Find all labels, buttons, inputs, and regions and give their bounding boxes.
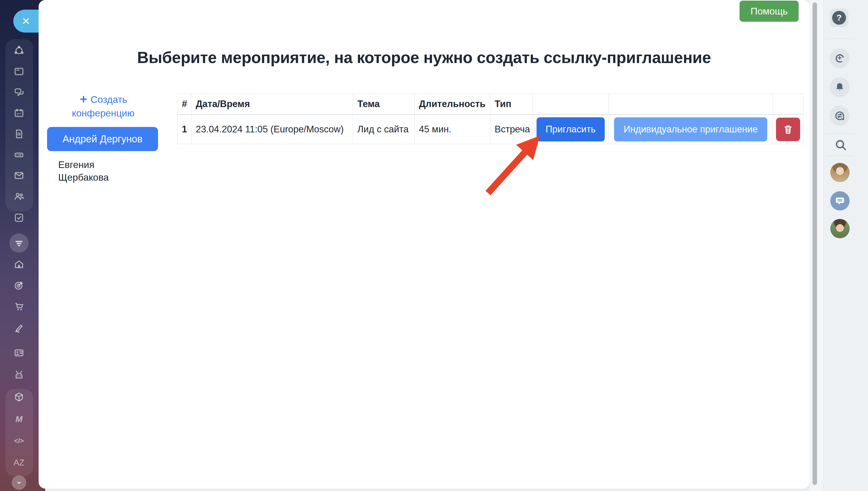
mail-icon[interactable] [13,170,24,181]
create-conference-link[interactable]: Создать конференцию [47,93,159,120]
copilot-button[interactable] [830,48,849,68]
target-icon[interactable] [13,280,24,291]
contact-card-icon[interactable] [13,347,24,358]
help-question-button[interactable]: ? [830,8,848,27]
market-m-icon[interactable]: M [13,414,24,425]
column-header-type: Тип [490,94,533,115]
search-icon [834,138,848,152]
divider [826,133,854,134]
calendar-icon[interactable] [13,108,24,118]
collapse-chevron-icon[interactable] [12,475,26,490]
people-icon[interactable] [13,191,24,202]
column-header-delete [773,94,804,115]
tasks-icon[interactable] [13,212,24,223]
column-header-duration: Длительность [415,94,490,115]
cell-num: 1 [178,115,192,144]
messenger-sync-icon [834,110,845,121]
group-chat-avatar[interactable] [830,191,849,210]
app-window: ✕ [0,0,868,491]
red-arrow-annotation [476,130,548,199]
market-cube-icon[interactable] [13,392,24,402]
trash-icon [782,124,794,135]
group-chat-icon [834,195,846,207]
member-item[interactable]: Евгения Щербакова [58,158,134,184]
individual-invite-button[interactable]: Индивидуальное приглашение [614,117,767,141]
shop-cart-icon[interactable] [13,301,24,312]
delete-button[interactable] [776,118,800,141]
sign-icon[interactable] [13,322,24,333]
divider [826,155,854,156]
sidebar-group-highlight-top [5,39,33,211]
column-header-datetime: Дата/Время [192,94,353,115]
user-avatar-female[interactable] [830,163,849,182]
cell-topic: Лид с сайта [353,115,415,144]
notifications-button[interactable] [830,77,849,97]
live-feed-icon[interactable] [13,66,24,77]
chat-icon[interactable] [13,87,24,98]
help-question-icon: ? [832,11,846,25]
robot-icon[interactable] [13,369,24,380]
scrollbar-track [809,0,823,491]
divider [826,38,854,39]
hub-icon[interactable] [13,45,24,56]
column-header-num: # [178,94,192,115]
az-icon[interactable]: AZ [13,457,24,468]
page-title: Выберите мероприятие, на которое нужно с… [38,48,809,67]
scrollbar-thumb[interactable] [812,2,817,485]
main-panel: Помощь Выберите мероприятие, на которое … [38,0,809,489]
user-avatar-male[interactable] [830,219,849,238]
notifications-bell-icon [834,81,845,93]
column-header-topic: Тема [353,94,415,115]
messenger-button[interactable] [830,106,849,126]
copilot-icon [834,53,845,64]
developer-code-icon[interactable]: </> [13,435,24,446]
table-header-row: # Дата/Время Тема Длительность Тип [178,94,804,115]
help-button[interactable]: Помощь [740,1,799,22]
warehouse-icon[interactable] [13,259,24,270]
member-item-selected[interactable]: Андрей Дергунов [47,127,158,151]
cell-datetime: 23.04.2024 11:05 (Europe/Moscow) [192,115,353,144]
document-icon[interactable] [13,128,24,139]
plus-icon [79,95,88,104]
column-header-invite [533,94,609,115]
left-sidebar: ✕ [0,0,38,491]
drive-icon[interactable] [13,149,24,160]
column-header-individual [609,94,773,115]
close-icon[interactable]: ✕ [13,10,38,33]
crm-funnel-icon[interactable] [9,233,29,253]
conference-panel: Создать конференцию Андрей Дергунов Евге… [47,93,159,184]
right-sidebar: ? [823,0,868,491]
search-button[interactable] [834,138,848,152]
